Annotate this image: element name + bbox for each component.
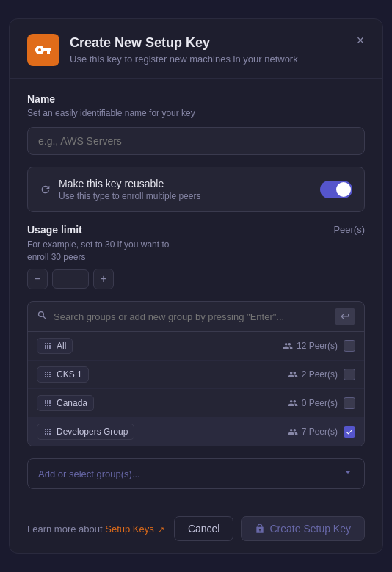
- group-right-devgroup: 7 Peer(s): [288, 426, 355, 438]
- reusable-description: Use this type to enroll multiple peers: [59, 191, 200, 201]
- modal-header: Create New Setup Key Use this key to reg…: [10, 19, 382, 79]
- create-setup-key-button[interactable]: Create Setup Key: [241, 516, 365, 541]
- modal-body: Name Set an easily identifiable name for…: [10, 79, 382, 504]
- add-group-placeholder: Add or select group(s)...: [38, 468, 140, 479]
- usage-stepper: − +: [27, 269, 365, 289]
- peer-count-cks1: 2 Peer(s): [288, 369, 338, 380]
- group-checkbox-devgroup[interactable]: [344, 426, 355, 438]
- grid-icon: [43, 370, 52, 379]
- peers-icon: [288, 369, 298, 380]
- reusable-title: Make this key reusable: [59, 178, 200, 189]
- footer-learn-more: Learn more about Setup Keys ↗: [27, 524, 164, 535]
- lock-icon: [255, 524, 265, 534]
- reusable-toggle[interactable]: [320, 181, 352, 198]
- groups-search-input[interactable]: [54, 311, 329, 322]
- group-item[interactable]: CKS 1 2 Peer(s): [28, 361, 364, 389]
- search-icon: [37, 310, 48, 324]
- group-checkbox-canada[interactable]: [344, 397, 355, 409]
- name-label: Name: [27, 93, 365, 105]
- peers-icon: [283, 341, 293, 351]
- grid-icon: [43, 399, 52, 408]
- peer-count-canada: 0 Peer(s): [288, 398, 338, 408]
- chevron-icon: [342, 466, 354, 481]
- group-right-all: 12 Peer(s): [283, 340, 355, 352]
- name-section: Name Set an easily identifiable name for…: [27, 93, 365, 155]
- usage-input[interactable]: [52, 269, 89, 289]
- group-item[interactable]: Canada 0 Peer(s): [28, 389, 364, 418]
- stepper-decrement[interactable]: −: [27, 269, 48, 289]
- usage-title: Usage limit: [27, 224, 82, 236]
- group-badge-canada: Canada: [37, 395, 94, 411]
- usage-description: For example, set to 30 if you want to en…: [27, 239, 174, 264]
- usage-header: Usage limit Peer(s): [27, 224, 365, 236]
- name-description: Set an easily identifiable name for your…: [27, 108, 365, 118]
- group-checkbox-all[interactable]: [344, 340, 355, 352]
- search-enter-button[interactable]: [335, 308, 355, 325]
- modal: Create New Setup Key Use this key to reg…: [9, 18, 383, 554]
- group-item[interactable]: Developers Group 7 Peer(s): [28, 418, 364, 446]
- usage-section: Usage limit Peer(s) For example, set to …: [27, 224, 365, 290]
- group-right-canada: 0 Peer(s): [288, 397, 355, 409]
- modal-footer: Learn more about Setup Keys ↗ Cancel Cre…: [10, 504, 382, 553]
- setup-keys-link[interactable]: Setup Keys ↗: [105, 524, 164, 535]
- stepper-increment[interactable]: +: [93, 269, 114, 289]
- reusable-left: Make this key reusable Use this type to …: [40, 178, 200, 201]
- groups-section: All 12 Peer(s): [27, 301, 365, 446]
- toggle-knob: [336, 182, 351, 197]
- peers-label: Peer(s): [333, 224, 365, 235]
- modal-title: Create New Setup Key: [70, 35, 298, 51]
- peer-count-devgroup: 7 Peer(s): [288, 427, 338, 437]
- header-icon: [27, 34, 59, 66]
- check-icon: [345, 427, 354, 436]
- groups-list: All 12 Peer(s): [28, 332, 364, 446]
- grid-icon: [43, 427, 52, 436]
- key-icon: [35, 41, 52, 59]
- cancel-button[interactable]: Cancel: [174, 516, 234, 541]
- group-right-cks1: 2 Peer(s): [288, 369, 355, 380]
- refresh-icon: [40, 184, 51, 195]
- name-input[interactable]: [27, 127, 365, 155]
- modal-overlay: Create New Setup Key Use this key to reg…: [0, 0, 392, 572]
- grid-icon: [43, 341, 52, 350]
- groups-search-bar: [28, 302, 364, 332]
- close-button[interactable]: ×: [350, 31, 371, 51]
- footer-actions: Cancel Create Setup Key: [174, 516, 365, 541]
- group-item[interactable]: All 12 Peer(s): [28, 332, 364, 361]
- add-group-row[interactable]: Add or select group(s)...: [27, 458, 365, 489]
- enter-icon: [340, 311, 350, 322]
- peer-count-all: 12 Peer(s): [283, 341, 338, 351]
- modal-subtitle: Use this key to register new machines in…: [70, 54, 298, 65]
- group-badge-cks1: CKS 1: [37, 366, 89, 383]
- peers-icon: [288, 398, 298, 408]
- group-checkbox-cks1[interactable]: [344, 369, 355, 380]
- peers-icon: [288, 427, 298, 437]
- header-text: Create New Setup Key Use this key to reg…: [70, 35, 298, 65]
- group-badge-all: All: [37, 338, 73, 354]
- reusable-text: Make this key reusable Use this type to …: [59, 178, 200, 201]
- reusable-card: Make this key reusable Use this type to …: [27, 167, 365, 212]
- group-badge-devgroup: Developers Group: [37, 424, 134, 440]
